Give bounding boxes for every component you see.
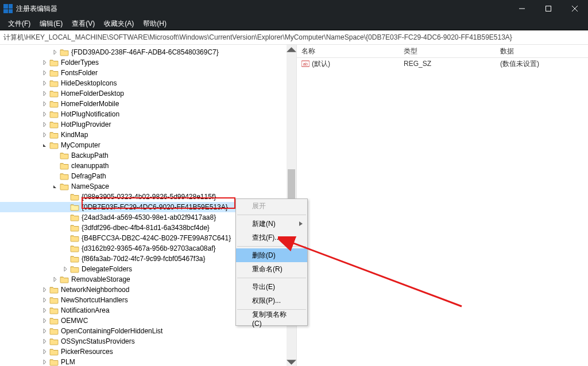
chevron-closed-icon[interactable]: [41, 286, 48, 293]
submenu-arrow-icon: [299, 220, 303, 228]
chevron-closed-icon[interactable]: [41, 59, 48, 66]
chevron-closed-icon[interactable]: [41, 131, 48, 138]
tree-label: {3dfdf296-dbec-4fb4-81d1-6a3438bcf4de}: [82, 224, 210, 232]
tree-label: FontsFolder: [61, 69, 98, 77]
title-bar: 注册表编辑器: [0, 0, 588, 17]
folder-icon: [60, 151, 69, 159]
folder-icon: [49, 59, 59, 67]
chevron-closed-icon[interactable]: [41, 307, 48, 314]
folder-icon: [49, 69, 59, 77]
tree-item[interactable]: DefragPath: [0, 171, 296, 181]
tree-item[interactable]: HotPlugNotification: [0, 109, 296, 119]
minimize-button[interactable]: [509, 0, 535, 17]
chevron-closed-icon[interactable]: [52, 276, 59, 283]
tree-label: NotificationArea: [61, 306, 110, 314]
tree-item[interactable]: BackupPath: [0, 150, 296, 161]
ctx-copykey[interactable]: 复制项名称(C): [236, 312, 307, 325]
menu-edit[interactable]: 编辑(E): [35, 17, 67, 30]
col-type[interactable]: 类型: [399, 46, 496, 56]
ctx-separator: [237, 215, 306, 215]
row-name: (默认): [312, 59, 330, 69]
ctx-perm[interactable]: 权限(P)...: [236, 294, 307, 307]
ctx-export[interactable]: 导出(E): [236, 280, 307, 294]
tree-item[interactable]: KindMap: [0, 130, 296, 140]
tree-label: BackupPath: [71, 151, 109, 159]
chevron-closed-icon[interactable]: [62, 266, 69, 272]
tree-label: OpenContainingFolderHiddenList: [61, 327, 163, 335]
chevron-closed-icon[interactable]: [41, 69, 48, 76]
chevron-closed-icon[interactable]: [41, 297, 48, 303]
tree-item[interactable]: HomeFolderMobile: [0, 99, 296, 109]
col-name[interactable]: 名称: [297, 46, 399, 56]
scroll-down-icon[interactable]: [287, 357, 296, 366]
chevron-open-icon[interactable]: [41, 142, 48, 149]
address-bar[interactable]: 计算机\HKEY_LOCAL_MACHINE\SOFTWARE\Microsof…: [0, 30, 588, 45]
window: 注册表编辑器 文件(F) 编辑(E) 查看(V) 收藏夹(A) 帮助(H) 计算…: [0, 0, 588, 366]
tree-label: OSSyncStatusProviders: [61, 337, 135, 345]
ctx-separator: [237, 278, 306, 278]
tree-label: NameSpace: [71, 182, 109, 190]
row-data: (数值未设置): [496, 59, 588, 69]
menu-help[interactable]: 帮助(H): [138, 17, 171, 30]
svg-text:ab: ab: [303, 62, 308, 66]
chevron-closed-icon[interactable]: [41, 100, 48, 107]
col-data[interactable]: 数据: [496, 46, 588, 56]
tree-item[interactable]: PickerResources: [0, 346, 296, 357]
tree-item[interactable]: {FDD39AD0-238F-46AF-ADB4-6C85480369C7}: [0, 47, 296, 57]
chevron-closed-icon[interactable]: [41, 90, 48, 97]
close-button[interactable]: [562, 0, 588, 17]
tree-label: NewShortcutHandlers: [61, 296, 128, 304]
folder-icon: [60, 275, 69, 283]
tree-label: PickerResources: [61, 348, 113, 356]
tree-label: cleanuppath: [71, 162, 109, 170]
chevron-closed-icon[interactable]: [41, 359, 48, 365]
row-type: REG_SZ: [399, 60, 496, 68]
ctx-rename[interactable]: 重命名(R): [236, 262, 307, 276]
tree-label: HotPlugProvider: [61, 120, 111, 129]
chevron-closed-icon[interactable]: [41, 121, 48, 128]
folder-icon: [70, 213, 79, 221]
scroll-up-icon[interactable]: [287, 45, 296, 54]
menu-fav[interactable]: 收藏夹(A): [99, 17, 138, 30]
folder-icon: [70, 234, 79, 242]
menu-file[interactable]: 文件(F): [3, 17, 35, 30]
folder-icon: [49, 286, 59, 294]
tree-item[interactable]: FolderTypes: [0, 57, 296, 68]
tree-item[interactable]: FontsFolder: [0, 68, 296, 78]
list-header: 名称 类型 数据: [297, 45, 588, 58]
tree-item[interactable]: OpenContainingFolderHiddenList: [0, 326, 296, 336]
tree-label: HomeFolderMobile: [61, 100, 119, 108]
chevron-closed-icon[interactable]: [41, 338, 48, 345]
app-icon: [3, 4, 13, 13]
tree-label: NetworkNeighborhood: [61, 286, 129, 294]
tree-item[interactable]: cleanuppath: [0, 161, 296, 171]
tree-item-namespace[interactable]: NameSpace: [0, 181, 296, 192]
ctx-new[interactable]: 新建(N): [236, 217, 307, 231]
tree-item[interactable]: OSSyncStatusProviders: [0, 336, 296, 346]
ctx-find[interactable]: 查找(F)...: [236, 231, 307, 244]
menu-view[interactable]: 查看(V): [67, 17, 99, 30]
value-list-pane: 名称 类型 数据 ab (默认) REG_SZ (数值未设置): [297, 45, 588, 366]
folder-icon: [60, 182, 69, 190]
chevron-closed-icon[interactable]: [41, 80, 48, 87]
list-row[interactable]: ab (默认) REG_SZ (数值未设置): [297, 58, 588, 69]
tree-item[interactable]: HideDesktopIcons: [0, 78, 296, 88]
tree-label: OEMWC: [61, 317, 88, 325]
tree-label: {FDD39AD0-238F-46AF-ADB4-6C85480369C7}: [71, 48, 219, 56]
tree-item-mycomputer[interactable]: MyComputer: [0, 140, 296, 150]
folder-icon: [49, 337, 59, 345]
tree-item[interactable]: PLM: [0, 357, 296, 366]
folder-icon: [49, 141, 59, 149]
chevron-closed-icon[interactable]: [41, 328, 48, 334]
maximize-button[interactable]: [535, 0, 562, 17]
chevron-closed-icon[interactable]: [41, 317, 48, 324]
tree-item[interactable]: HomeFolderDesktop: [0, 88, 296, 99]
chevron-closed-icon[interactable]: [52, 49, 59, 56]
context-menu: 展开 新建(N) 查找(F)... 删除(D) 重命名(R) 导出(E) 权限(…: [235, 198, 308, 326]
chevron-open-icon[interactable]: [52, 183, 59, 190]
tree-label: {f86fa3ab-70d2-4fc7-9c99-fcbf05467f3a}: [82, 255, 206, 263]
chevron-closed-icon[interactable]: [41, 111, 48, 118]
tree-item[interactable]: HotPlugProvider: [0, 119, 296, 130]
chevron-closed-icon[interactable]: [41, 348, 48, 355]
ctx-delete[interactable]: 删除(D): [236, 248, 307, 262]
